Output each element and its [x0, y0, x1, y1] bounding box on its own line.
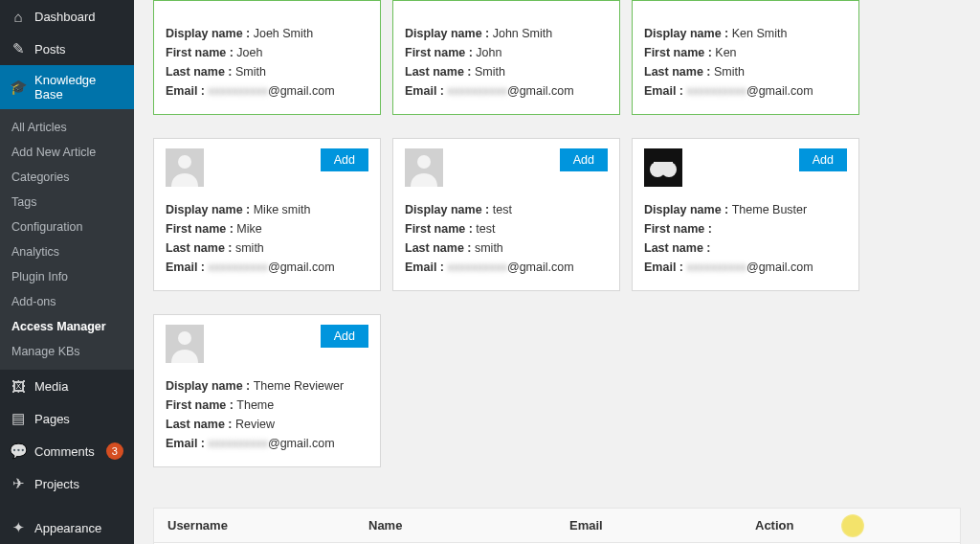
avatar — [644, 148, 682, 187]
add-button[interactable]: Add — [799, 148, 847, 171]
th-email: Email — [569, 518, 755, 533]
sidebar-item-label: Dashboard — [34, 10, 96, 24]
submenu-all-articles[interactable]: All Articles — [0, 115, 134, 140]
media-icon: 🖾 — [10, 377, 27, 395]
user-details: Display name : John SmithFirst name : Jo… — [405, 24, 608, 101]
sidebar-item-pages[interactable]: ▤Pages — [0, 402, 134, 435]
th-name: Name — [368, 518, 569, 533]
user-details: Display name : Mike smithFirst name : Mi… — [166, 200, 368, 277]
submenu-knowledge-base: All Articles Add New Article Categories … — [0, 109, 134, 370]
submenu-add-new-article[interactable]: Add New Article — [0, 140, 134, 165]
avatar — [166, 325, 204, 363]
main-content: Display name : Joeh SmithFirst name : Jo… — [134, 0, 980, 544]
submenu-configuration[interactable]: Configuration — [0, 215, 134, 239]
user-card: Display name : John SmithFirst name : Jo… — [392, 0, 620, 115]
avatar — [166, 148, 204, 187]
sidebar-item-comments[interactable]: 💬Comments3 — [0, 435, 134, 467]
comment-icon: 💬 — [10, 442, 27, 460]
submenu-plugin-info[interactable]: Plugin Info — [0, 264, 134, 289]
access-table: Username Name Email Action joe Joeh Smit… — [153, 508, 961, 544]
submenu-analytics[interactable]: Analytics — [0, 239, 134, 264]
sidebar-item-posts[interactable]: ✎Posts — [0, 33, 134, 65]
sidebar-item-projects[interactable]: ✈Projects — [0, 467, 134, 500]
add-button[interactable]: Add — [321, 325, 368, 348]
brush-icon: ✦ — [10, 519, 27, 536]
graduation-cap-icon: 🎓 — [10, 79, 27, 96]
projects-icon: ✈ — [10, 475, 27, 492]
user-card: Display name : Joeh SmithFirst name : Jo… — [153, 0, 381, 115]
add-button[interactable]: Add — [560, 148, 608, 171]
cursor-highlight-icon — [841, 514, 864, 537]
user-details: Display name : Ken SmithFirst name : Ken… — [644, 24, 847, 101]
user-details: Display name : testFirst name : testLast… — [405, 200, 608, 277]
th-username: Username — [167, 518, 368, 533]
sidebar-item-label: Comments — [34, 444, 95, 459]
dashboard-icon: ⌂ — [10, 8, 27, 25]
admin-sidebar: ⌂Dashboard ✎Posts 🎓Knowledge Base All Ar… — [0, 0, 134, 544]
avatar — [405, 148, 443, 187]
user-card: Display name : Ken SmithFirst name : Ken… — [632, 0, 859, 115]
sidebar-item-label: Projects — [34, 477, 79, 491]
sidebar-item-label: Pages — [34, 412, 70, 426]
submenu-categories[interactable]: Categories — [0, 165, 134, 190]
comments-badge: 3 — [106, 442, 123, 460]
sidebar-item-appearance[interactable]: ✦Appearance — [0, 511, 134, 544]
submenu-access-manager[interactable]: Access Manager — [0, 314, 134, 339]
sidebar-item-dashboard[interactable]: ⌂Dashboard — [0, 0, 134, 33]
user-cards-grid: Display name : Joeh SmithFirst name : Jo… — [153, 0, 961, 479]
sidebar-item-knowledge-base[interactable]: 🎓Knowledge Base — [0, 65, 134, 109]
submenu-tags[interactable]: Tags — [0, 190, 134, 215]
user-details: Display name : Joeh SmithFirst name : Jo… — [166, 24, 368, 101]
user-card: AddDisplay name : Mike smithFirst name :… — [153, 138, 381, 291]
submenu-manage-kbs[interactable]: Manage KBs — [0, 339, 134, 364]
submenu-add-ons[interactable]: Add-ons — [0, 289, 134, 314]
add-button[interactable]: Add — [321, 148, 368, 171]
user-details: Display name : Theme ReviewerFirst name … — [166, 376, 368, 453]
user-card: AddDisplay name : Theme ReviewerFirst na… — [153, 314, 381, 467]
page-icon: ▤ — [10, 410, 27, 427]
sidebar-item-label: Appearance — [34, 521, 101, 535]
pin-icon: ✎ — [10, 40, 27, 57]
sidebar-item-label: Knowledge Base — [34, 73, 124, 102]
sidebar-item-label: Posts — [34, 42, 66, 57]
sidebar-item-media[interactable]: 🖾Media — [0, 370, 134, 402]
sidebar-item-label: Media — [34, 379, 68, 394]
user-details: Display name : Theme BusterFirst name : … — [644, 200, 847, 277]
user-card: AddDisplay name : testFirst name : testL… — [392, 138, 620, 291]
user-card: AddDisplay name : Theme BusterFirst name… — [632, 138, 859, 291]
